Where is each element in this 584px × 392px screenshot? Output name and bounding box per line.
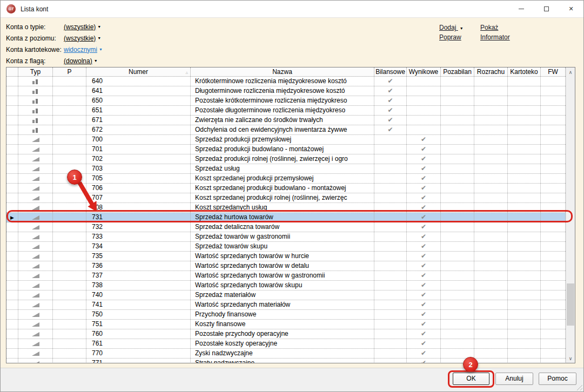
table-row[interactable]: 650 Pozostałe krótkoterminowe rozliczeni…	[6, 96, 566, 106]
bilansowe-check: ✔	[374, 116, 407, 125]
account-type-icon	[18, 310, 53, 319]
table-row[interactable]: 651 Pozostałe długoterminowe rozliczenia…	[6, 106, 566, 116]
p-cell	[53, 310, 86, 319]
wynikowe-check: ✔	[407, 242, 441, 251]
table-row[interactable]: 751 Koszty finansowe ✔	[6, 320, 566, 329]
rozrachu-cell	[474, 339, 508, 348]
informator-link[interactable]: Informator	[480, 33, 510, 41]
table-row[interactable]: 761 Pozostałe koszty operacyjne ✔	[6, 339, 566, 349]
table-row[interactable]: 750 Przychody finansowe ✔	[6, 310, 566, 320]
p-cell	[53, 359, 86, 363]
column-header-Wynikowe[interactable]: Wynikowe	[407, 67, 441, 76]
bilansowe-check	[374, 164, 407, 173]
ok-button[interactable]: OK	[453, 373, 489, 385]
column-header-Kartoteko[interactable]: Kartoteko	[508, 67, 541, 76]
column-header-Rozrachu[interactable]: Rozrachu	[474, 67, 508, 76]
account-name: Pozostałe długoterminowe rozliczenia mię…	[191, 106, 374, 115]
wynikowe-check: ✔	[407, 213, 441, 222]
table-row[interactable]: 706 Koszt sprzedanej produkcji budowlano…	[6, 184, 566, 193]
table-row[interactable]: 732 Sprzedaż detaliczna towarów ✔	[6, 222, 566, 232]
fw-cell	[541, 203, 566, 212]
table-row[interactable]: ▶ 731 Sprzedaż hurtowa towarów ✔	[6, 213, 566, 222]
column-header-Numer[interactable]: Numer▵	[86, 67, 191, 76]
account-type-icon	[18, 193, 53, 202]
bilansowe-check	[374, 290, 407, 300]
vertical-scrollbar[interactable]: ∧ ∨	[566, 67, 575, 363]
anuluj-button[interactable]: Anuluj	[495, 373, 533, 385]
fw-cell	[541, 300, 566, 309]
table-row[interactable]: 707 Koszt sprzedanej produkcji rolnej (r…	[6, 193, 566, 203]
scroll-up-icon[interactable]: ∧	[566, 67, 575, 77]
filter-konta-o-typie[interactable]: (wszystkie)	[64, 23, 96, 31]
dodaj-link[interactable]: Dodaj ▼	[439, 24, 473, 31]
table-row[interactable]: 741 Wartość sprzedanych materiałów ✔	[6, 300, 566, 310]
table-row[interactable]: 738 Wartość sprzedanych towarów skupu ✔	[6, 281, 566, 290]
resize-grip[interactable]	[575, 383, 582, 390]
table-row[interactable]: 735 Wartość sprzedanych towarów w hurcie…	[6, 252, 566, 261]
column-header-Typ[interactable]: Typ	[18, 67, 53, 76]
table-row[interactable]: 672 Odchylenia od cen ewidencyjnych inwe…	[6, 125, 566, 135]
table-row[interactable]: 737 Wartość sprzedanych towarów w gastro…	[6, 271, 566, 281]
table-row[interactable]: 701 Sprzedaż produkcji budowlano - monta…	[6, 145, 566, 154]
wynikowe-check: ✔	[407, 300, 441, 309]
dropdown-caret-icon: ▼	[97, 36, 101, 40]
column-header-Bilansowe[interactable]: Bilansowe	[374, 67, 407, 76]
pomoc-button[interactable]: Pomoc	[539, 373, 576, 385]
maximize-button[interactable]	[534, 1, 559, 17]
kartoteko-cell	[508, 125, 541, 134]
account-number: 641	[86, 86, 191, 96]
column-header-selector[interactable]	[6, 67, 18, 76]
table-row[interactable]: 700 Sprzedaż produkcji przemysłowej ✔	[6, 135, 566, 145]
fw-cell	[541, 193, 566, 202]
table-row[interactable]: 705 Koszt sprzedanej produkcji przemysło…	[6, 174, 566, 184]
account-name: Przychody finansowe	[191, 310, 374, 319]
minimize-button[interactable]	[509, 1, 534, 17]
bilansowe-check	[374, 242, 407, 251]
rozrachu-cell	[474, 320, 508, 329]
table-row[interactable]: 640 Krótkoterminowe rozliczenia międzyok…	[6, 77, 566, 86]
account-type-icon	[18, 281, 53, 290]
filter-konta-z-flaga[interactable]: (dowolna)	[64, 57, 92, 65]
table-row[interactable]: 760 Pozostałe przychody operacyjne ✔	[6, 329, 566, 339]
table-row[interactable]: 641 Długoterminowe rozliczenia międzyokr…	[6, 86, 566, 96]
column-header-P[interactable]: P	[53, 67, 86, 76]
table-row[interactable]: 702 Sprzedaż produkcji rolnej (roślinnej…	[6, 154, 566, 164]
dropdown-caret-icon: ▼	[460, 26, 464, 30]
filter-label-poziom: Konta z poziomu:	[6, 35, 64, 42]
bilansowe-check	[374, 271, 407, 280]
rozrachu-cell	[474, 184, 508, 193]
p-cell	[53, 222, 86, 232]
bilansowe-check	[374, 359, 407, 363]
table-row[interactable]: 671 Zwierzęta nie zaliczane do środków t…	[6, 116, 566, 125]
scroll-down-icon[interactable]: ∨	[566, 354, 575, 363]
row-selector-cell	[6, 349, 18, 358]
p-cell	[53, 290, 86, 300]
filter-konta-kartotekowe[interactable]: widocznymi	[64, 46, 97, 53]
table-row[interactable]: 708 Koszt sprzedanych usług ✔	[6, 203, 566, 213]
pozabilan-cell	[441, 106, 474, 115]
table-row[interactable]: 733 Sprzedaż towarów w gastronomii ✔	[6, 232, 566, 242]
column-header-FW[interactable]: FW	[541, 67, 566, 76]
table-row[interactable]: 703 Sprzedaż usług ✔	[6, 164, 566, 174]
column-header-Nazwa[interactable]: Nazwa	[191, 67, 374, 76]
p-cell	[53, 261, 86, 271]
row-selector-cell	[6, 96, 18, 105]
popraw-link[interactable]: Popraw	[439, 33, 473, 41]
close-button[interactable]: ✕	[559, 1, 583, 17]
pokaz-link[interactable]: Pokaż	[480, 24, 510, 31]
table-row[interactable]: 736 Wartość sprzedanych towarów w detalu…	[6, 261, 566, 271]
fw-cell	[541, 106, 566, 115]
table-row[interactable]: 734 Sprzedaż towarów skupu ✔	[6, 242, 566, 252]
pozabilan-cell	[441, 349, 474, 358]
dropdown-caret-icon: ▼	[97, 25, 101, 29]
table-row[interactable]: 771 Straty nadzwyczajne ✔	[6, 359, 566, 363]
account-name: Sprzedaż produkcji rolnej (roślinnej, zw…	[191, 154, 374, 164]
filter-konta-z-poziomu[interactable]: (wszystkie)	[64, 35, 96, 42]
column-header-Pozabilan[interactable]: Pozabilan	[441, 67, 474, 76]
scrollbar-thumb[interactable]	[567, 283, 574, 326]
table-row[interactable]: 740 Sprzedaż materiałów ✔	[6, 290, 566, 300]
table-row[interactable]: 770 Zyski nadzwyczajne ✔	[6, 349, 566, 359]
account-number: 732	[86, 222, 191, 232]
rozrachu-cell	[474, 106, 508, 115]
pozabilan-cell	[441, 184, 474, 193]
